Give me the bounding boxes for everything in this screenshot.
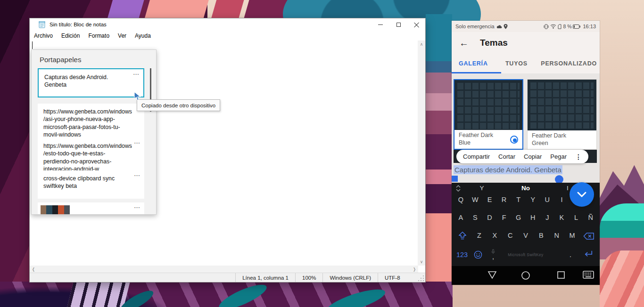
- text-selection-context-menu: Compartir Cortar Copiar Pegar ⋮: [456, 150, 588, 163]
- clipboard-item[interactable]: https://www.genbeta.com/windows/asi-your…: [38, 104, 144, 143]
- menu-ver[interactable]: Ver: [114, 32, 131, 40]
- theme-card-feather-dark-green[interactable]: Feather Dark Green: [527, 79, 597, 150]
- key-c[interactable]: C: [503, 232, 518, 239]
- backspace-key[interactable]: [581, 229, 597, 243]
- enter-key[interactable]: [579, 246, 598, 263]
- shift-icon: [457, 231, 468, 241]
- vertical-scrollbar[interactable]: ∧ ∨: [418, 40, 425, 266]
- menu-archivo[interactable]: Archivo: [30, 32, 57, 40]
- clipboard-item-selected[interactable]: Capturas desde Android. Genbeta ⋯: [38, 68, 144, 97]
- item-menu-icon[interactable]: ⋯: [134, 171, 140, 179]
- collapse-fab-button[interactable]: [570, 182, 594, 207]
- comma-key[interactable]: ,: [487, 247, 500, 263]
- tab-personalizado[interactable]: PERSONALIZADO: [538, 54, 600, 73]
- key-x[interactable]: X: [487, 232, 503, 239]
- key-z[interactable]: Z: [471, 232, 487, 239]
- period-key[interactable]: .: [564, 247, 577, 263]
- key-g[interactable]: G: [511, 214, 526, 221]
- key-n[interactable]: N: [549, 232, 564, 239]
- menu-formato[interactable]: Formato: [84, 32, 114, 40]
- backspace-icon: [583, 232, 594, 240]
- emoji-key[interactable]: [471, 247, 485, 263]
- key-r[interactable]: R: [497, 196, 512, 203]
- menu-pegar[interactable]: Pegar: [550, 153, 567, 160]
- notepad-app-icon: [39, 21, 46, 28]
- menu-copiar[interactable]: Copiar: [524, 153, 542, 160]
- key-k[interactable]: K: [554, 214, 569, 221]
- space-key[interactable]: Microsoft SwiftKey: [502, 247, 550, 263]
- key-b[interactable]: B: [533, 232, 549, 239]
- maximize-icon: [396, 23, 401, 27]
- scroll-left-icon[interactable]: ❬: [30, 266, 37, 273]
- key-j[interactable]: J: [540, 214, 555, 221]
- comma-label: ,: [492, 253, 494, 260]
- key-i[interactable]: I: [554, 196, 569, 203]
- nav-home-icon[interactable]: [521, 271, 530, 280]
- text-input-field[interactable]: Capturas desde Android. Genbeta: [452, 163, 600, 183]
- battery-icon: [573, 24, 580, 29]
- key-d[interactable]: D: [482, 214, 497, 221]
- key-q[interactable]: Q: [454, 196, 468, 203]
- key-f[interactable]: F: [497, 214, 512, 221]
- clipboard-panel-title: Portapapeles: [40, 56, 81, 64]
- tab-galeria[interactable]: GALERÍA: [452, 54, 495, 73]
- tab-tuyos[interactable]: TUYOS: [495, 54, 538, 73]
- overflow-menu-icon[interactable]: ⋮: [575, 153, 582, 161]
- key-y[interactable]: Y: [526, 196, 540, 203]
- android-nav-bar: [452, 266, 600, 285]
- shift-key[interactable]: [454, 229, 471, 243]
- prediction-2[interactable]: No: [512, 183, 540, 194]
- close-button[interactable]: [407, 18, 425, 31]
- item-menu-icon[interactable]: ⋯: [133, 70, 140, 78]
- expand-predictions-icon[interactable]: [455, 184, 461, 193]
- key-e[interactable]: E: [482, 196, 497, 203]
- minimize-button[interactable]: [372, 18, 389, 31]
- prediction-1[interactable]: Y: [468, 183, 496, 194]
- clipboard-item[interactable]: cross-device clipboard sync swiftkey bet…: [38, 170, 144, 199]
- menu-edicion[interactable]: Edición: [57, 32, 84, 40]
- nav-back-icon[interactable]: [487, 271, 497, 279]
- key-h[interactable]: H: [526, 214, 540, 221]
- notepad-titlebar[interactable]: Sin título: Bloc de notas: [30, 18, 425, 31]
- vibrate-icon: [544, 24, 549, 29]
- resize-grip[interactable]: [417, 275, 425, 282]
- clipboard-item-image[interactable]: ⋯: [38, 202, 144, 215]
- key-l[interactable]: L: [569, 214, 584, 221]
- key-m[interactable]: M: [564, 232, 580, 239]
- key-enye[interactable]: Ñ: [583, 214, 598, 221]
- horizontal-scrollbar[interactable]: ❬ ❭: [30, 266, 418, 273]
- key-w[interactable]: W: [468, 196, 483, 203]
- item-menu-icon[interactable]: ⋯: [134, 203, 140, 211]
- menu-cortar[interactable]: Cortar: [498, 153, 515, 160]
- keyboard-row-2: A S D F G H J K L Ñ: [454, 214, 598, 221]
- background-art-gap: [426, 14, 452, 307]
- status-line-ending: Windows (CRLF): [322, 273, 378, 282]
- radio-selected-icon[interactable]: [510, 136, 518, 144]
- menu-ayuda[interactable]: Ayuda: [131, 32, 155, 40]
- location-icon: [504, 24, 508, 29]
- nav-keyboard-icon[interactable]: [583, 271, 594, 279]
- scroll-right-icon[interactable]: ❭: [411, 266, 418, 273]
- status-zoom-level: 100%: [295, 273, 322, 282]
- key-u[interactable]: U: [540, 196, 555, 203]
- key-a[interactable]: A: [454, 214, 468, 221]
- key-t[interactable]: T: [511, 196, 526, 203]
- menu-compartir[interactable]: Compartir: [463, 153, 490, 160]
- nav-recents-icon[interactable]: [557, 271, 565, 279]
- numbers-key[interactable]: 123: [454, 247, 471, 263]
- keyboard-theme-preview: [528, 80, 596, 131]
- scroll-up-icon[interactable]: ∧: [418, 40, 425, 48]
- key-v[interactable]: V: [518, 232, 534, 239]
- keyboard-theme-preview: [454, 80, 522, 132]
- tooltip: Copiado desde otro dispositivo: [137, 99, 220, 111]
- item-menu-icon[interactable]: ⋯: [134, 139, 140, 147]
- maximize-button[interactable]: [389, 18, 407, 31]
- scroll-down-icon[interactable]: ∨: [418, 258, 425, 266]
- clipboard-item-text: cross-device clipboard sync swiftkey bet…: [38, 170, 144, 194]
- key-s[interactable]: S: [468, 214, 483, 221]
- theme-card-feather-dark-blue[interactable]: Feather Dark Blue: [454, 79, 523, 150]
- selection-handle-left[interactable]: [452, 176, 458, 182]
- background-art-bottom: [0, 282, 453, 307]
- mouse-cursor: [134, 91, 141, 102]
- back-arrow-icon[interactable]: ←: [459, 38, 469, 48]
